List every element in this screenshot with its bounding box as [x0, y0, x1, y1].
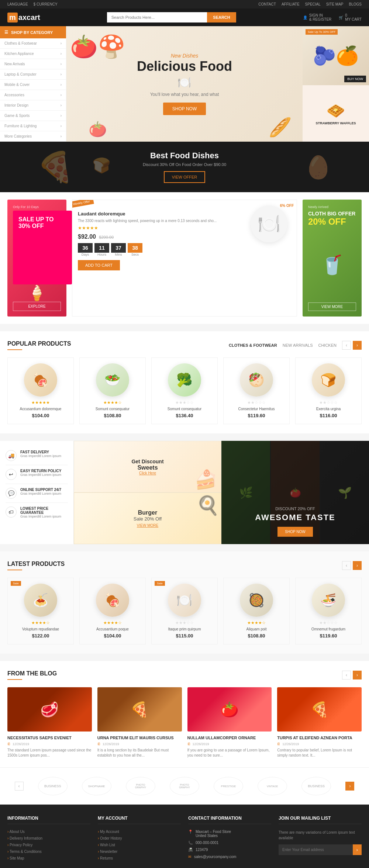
latest-price-5: $119.60 [299, 633, 358, 639]
blog-image-1: 🥩 [7, 687, 92, 732]
footer-email-input[interactable] [279, 844, 353, 855]
latest-product-4[interactable]: 🥘 ★★★★☆ Aliquam poit $108.80 [223, 578, 290, 644]
tab-clothes[interactable]: CLOTHES & FOOTWEAR [229, 343, 277, 347]
promo-info: 🚚 FAST DELIVERY Gras Imperditl Lorem ips… [0, 441, 74, 544]
latest-product-2[interactable]: 🍖 ★★★★☆ Accusantium poque $104.00 [79, 578, 146, 644]
cart-button[interactable]: 🛒 0 MY CART [339, 13, 362, 21]
popular-product-5[interactable]: 🍞 ★★☆☆☆ Exercita urgina $116.00 [295, 357, 362, 424]
hero-shop-now-button[interactable]: SHOP NOW [163, 103, 206, 115]
blog-post-4[interactable]: 🍕 TURPIS AT ELEIFEND AZNEAN PORTA 🗓 12/2… [277, 687, 362, 758]
brand-7[interactable]: BUSINESS [301, 777, 331, 795]
blog-next-arrow[interactable]: › [353, 671, 362, 679]
stars-4: ★★☆☆☆ [227, 400, 286, 405]
view-offer-button[interactable]: VIEW OFFER [164, 171, 205, 183]
burger-cta[interactable]: VIEW MORE [137, 523, 158, 528]
blog-post-2[interactable]: 🍕 URNA PRETIUM ELIT MAURIS CURSUS 🗓 12/2… [97, 687, 182, 758]
blog-title-4: TURPIS AT ELEIFEND AZNEAN PORTA [277, 735, 362, 740]
brands-prev-arrow[interactable]: ‹ [15, 782, 24, 791]
search-input[interactable] [107, 12, 207, 23]
sitemap-link[interactable]: SITE MAP [326, 2, 344, 6]
contact-link[interactable]: CONTACT [258, 2, 276, 6]
footer: INFORMATION About Us Delivery Informatio… [0, 805, 369, 868]
product-name-5: Exercita urgina [299, 407, 358, 411]
promo-delivery: 🚚 FAST DELIVERY Gras Imperditl Lorem ips… [6, 446, 68, 465]
footer-wish-list[interactable]: Wish List [98, 843, 181, 847]
footer-sitemap[interactable]: Site Map [7, 856, 90, 860]
add-to-cart-button[interactable]: ADD TO CART [78, 260, 120, 270]
brand-3[interactable]: PHOTOGRAPHY [126, 777, 155, 795]
sidebar-item-clothes[interactable]: Clothes & Footwear› [0, 38, 66, 49]
banner-strip: 🍕 🥚 🍞 Best Food Dishes Discount 30% Off … [0, 142, 369, 192]
sidebar-item-accessories[interactable]: Accessories› [0, 90, 66, 100]
countdown-timer: 36 Days 11 Hours 37 Mins 38 Secs [78, 243, 243, 256]
blog-post-1[interactable]: 🥩 NECESSITATUS SAEPS EVENIET 🗓 12/26/201… [7, 687, 92, 758]
latest-product-1[interactable]: Sale 🍝 ★★★★☆ Voluptum repudiandae $122.0… [7, 578, 74, 644]
logo[interactable]: m axcart [7, 13, 40, 23]
popular-product-4[interactable]: 🥙 ★★☆☆☆ Consectetur Haemitus $119.60 [223, 357, 290, 424]
popular-products-section: POPULAR PRODUCTS CLOTHES & FOOTWEAR NEW … [0, 331, 369, 433]
search-button[interactable]: SEARCH [207, 12, 236, 23]
discount-shop-now-button[interactable]: SHOP NOW [277, 527, 313, 537]
sweets-subtitle: Sweets [137, 464, 158, 471]
latest-image-5: 🍜 [312, 584, 345, 617]
brand-5[interactable]: PRESTIGE [214, 777, 243, 795]
blog-post-3[interactable]: 🍅 NULLAM ULLAMCORPER ORNARE 🗓 12/26/2019… [187, 687, 272, 758]
affiliate-link[interactable]: AFFILIATE [282, 2, 300, 6]
footer-order-history[interactable]: Order History [98, 836, 181, 840]
blog-prev-arrow[interactable]: ‹ [342, 671, 351, 679]
popular-product-2[interactable]: 🥗 ★★★★☆ Somunt consequatur $108.80 [79, 357, 146, 424]
latest-image-1: 🍝 [24, 584, 57, 617]
footer-delivery[interactable]: Delivery Information [7, 836, 90, 840]
tab-arrivals[interactable]: NEW ARRIVALS [283, 343, 313, 347]
sidebar-item-sports[interactable]: Game & Sports› [0, 111, 66, 121]
sweets-title: Get Discount [131, 459, 163, 464]
special-link[interactable]: SPECIAL [305, 2, 321, 6]
stars-2: ★★★★☆ [83, 400, 142, 405]
buy-now-button[interactable]: BUY NOW [344, 76, 366, 82]
footer-terms[interactable]: Terms & Conditions [7, 850, 90, 854]
latest-prev-arrow[interactable]: ‹ [342, 561, 351, 570]
latest-product-5[interactable]: 🍜 ★★☆☆☆ Omnemut frugardum $119.60 [295, 578, 362, 644]
hero-side-bottom: 🧇 STRAWBERRY WAFFLES [303, 85, 369, 142]
popular-next-arrow[interactable]: › [353, 341, 362, 350]
popular-tabs: CLOTHES & FOOTWEAR NEW ARRIVALS CHICKEN … [229, 341, 362, 350]
brand-2[interactable]: SHOPNAME [82, 777, 111, 795]
brands-next-arrow[interactable]: › [345, 782, 354, 791]
popular-product-1[interactable]: 🍖 ★★★★★ Accusantium doloremque $104.00 [7, 357, 74, 424]
sidebar-item-laptop[interactable]: Laptop & Computer› [0, 69, 66, 80]
header-right: 👤 SIGN IN & REGISTER 🛒 0 MY CART [303, 13, 362, 21]
blog-title-3: NULLAM ULLAMCORPER ORNARE [187, 735, 272, 740]
signin-button[interactable]: 👤 SIGN IN & REGISTER [303, 13, 332, 21]
footer-privacy[interactable]: Privacy Policy [7, 843, 90, 847]
sweets-cta[interactable]: Click Here [139, 471, 156, 475]
popular-prev-arrow[interactable]: ‹ [342, 341, 351, 350]
footer-about[interactable]: About Us [7, 830, 90, 834]
sidebar-item-interior[interactable]: Interior Design› [0, 100, 66, 111]
brand-4[interactable]: PHOTOGRAPHY [170, 777, 199, 795]
sidebar-item-more[interactable]: More Categories› [0, 131, 66, 142]
footer-subscribe-button[interactable]: › [353, 844, 362, 855]
sidebar-item-arrivals[interactable]: New Arrivals› [0, 59, 66, 69]
sidebar-item-kitchen[interactable]: Kitchen Appliance› [0, 49, 66, 59]
product-price-1: $104.00 [11, 413, 70, 418]
currency-selector[interactable]: $ CURRENCY [34, 2, 58, 6]
latest-next-arrow[interactable]: › [353, 561, 362, 570]
email-icon: ✉ [188, 855, 191, 859]
footer-returns[interactable]: Returns [98, 856, 181, 860]
burger-subtitle: Sale 20% Off [134, 516, 162, 522]
latest-product-3[interactable]: Sale 🍽️ ★★★☆☆ Itaque prim quirpum $115.0… [151, 578, 218, 644]
tab-chicken[interactable]: CHICKEN [318, 343, 337, 347]
cloth-view-more-button[interactable]: VIEW MORE [308, 302, 356, 311]
explore-button[interactable]: EXPLORE [13, 302, 61, 311]
footer-my-account[interactable]: My Account [98, 830, 181, 834]
popular-product-3[interactable]: 🥦 ★★★☆☆ Somunt consequatur $136.40 [151, 357, 218, 424]
blogs-link[interactable]: BLOGS [349, 2, 362, 6]
footer-newsletter[interactable]: Newsletter [98, 850, 181, 854]
footer-address: 📍 Maxcart – Food StoreUnited States [188, 830, 271, 838]
language-selector[interactable]: LANGUAGE [7, 2, 28, 6]
brand-6[interactable]: VINTAGE [258, 777, 287, 795]
brand-1[interactable]: BUSINESS [38, 777, 68, 795]
ice-cream-emoji: 🍦 [13, 284, 61, 302]
sidebar-item-mobile[interactable]: Mobile & Cover› [0, 80, 66, 90]
sidebar-item-furniture[interactable]: Furniture & Lighting› [0, 121, 66, 131]
